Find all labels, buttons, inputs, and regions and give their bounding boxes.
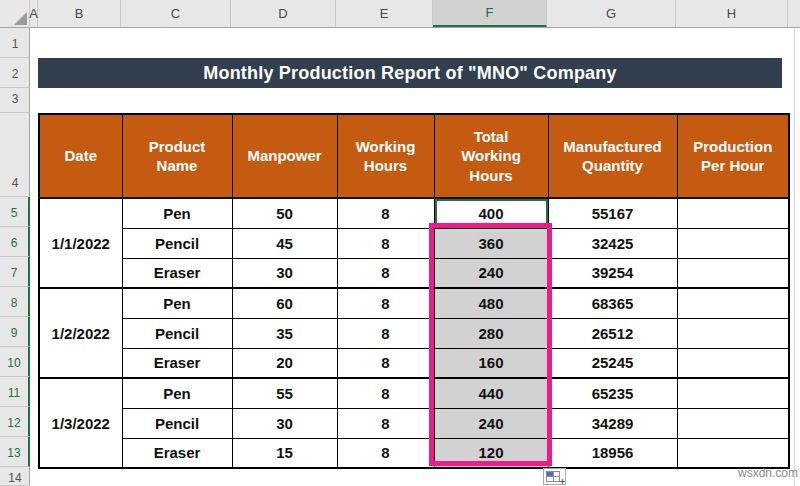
column-header-a[interactable]: A <box>30 0 38 27</box>
header-date[interactable]: Date <box>39 114 122 198</box>
cell-manufactured-quantity[interactable]: 26512 <box>548 318 677 348</box>
row-header-2[interactable]: 2 <box>0 58 30 88</box>
row-header-3[interactable]: 3 <box>0 88 30 113</box>
cell-working-hours[interactable]: 8 <box>337 438 434 468</box>
report-title-cell[interactable]: Monthly Production Report of "MNO" Compa… <box>38 58 782 88</box>
row-header-8[interactable]: 8 <box>0 287 30 317</box>
cell-manufactured-quantity[interactable]: 55167 <box>548 198 677 228</box>
cell-manpower[interactable]: 15 <box>232 438 337 468</box>
row-header-9[interactable]: 9 <box>0 317 30 347</box>
table-row: Eraser 20 8 160 25245 <box>39 348 789 378</box>
row-header-12[interactable]: 12 <box>0 407 30 437</box>
row-header-5[interactable]: 5 <box>0 197 30 227</box>
row-header-strip: 1 2 3 4 5 6 7 8 9 10 11 12 13 14 <box>0 28 30 486</box>
cell-working-hours[interactable]: 8 <box>337 348 434 378</box>
cell-production-per-hour[interactable] <box>677 228 789 258</box>
row-header-7[interactable]: 7 <box>0 257 30 287</box>
cell-total-working-hours-selected[interactable]: 160 <box>434 348 548 378</box>
header-manpower[interactable]: Manpower <box>232 114 337 198</box>
row-header-1[interactable]: 1 <box>0 28 30 58</box>
cell-production-per-hour[interactable] <box>677 288 789 318</box>
cell-working-hours[interactable]: 8 <box>337 258 434 288</box>
cell-manpower[interactable]: 35 <box>232 318 337 348</box>
cell-working-hours[interactable]: 8 <box>337 288 434 318</box>
header-product-name[interactable]: Product Name <box>122 114 232 198</box>
cell-manufactured-quantity[interactable]: 18956 <box>548 438 677 468</box>
header-manufactured-quantity[interactable]: Manufactured Quantity <box>548 114 677 198</box>
table-row: Pencil 30 8 240 34289 <box>39 408 789 438</box>
plus-icon: + <box>560 478 565 486</box>
header-total-working-hours[interactable]: Total Working Hours <box>434 114 548 198</box>
cell-production-per-hour[interactable] <box>677 438 789 468</box>
cell-product[interactable]: Eraser <box>122 258 232 288</box>
cell-production-per-hour[interactable] <box>677 378 789 408</box>
cell-manufactured-quantity[interactable]: 32425 <box>548 228 677 258</box>
cell-date[interactable]: 1/3/2022 <box>39 378 122 468</box>
cell-product[interactable]: Pen <box>122 378 232 408</box>
cell-product[interactable]: Pencil <box>122 228 232 258</box>
autofill-grid-line <box>546 476 560 477</box>
cell-date[interactable]: 1/1/2022 <box>39 198 122 288</box>
cell-product[interactable]: Eraser <box>122 348 232 378</box>
row-header-6[interactable]: 6 <box>0 227 30 257</box>
cell-working-hours[interactable]: 8 <box>337 378 434 408</box>
select-all-triangle-icon <box>14 12 27 25</box>
row-header-4[interactable]: 4 <box>0 113 30 197</box>
table-row: Eraser 15 8 120 18956 <box>39 438 789 468</box>
row-header-11[interactable]: 11 <box>0 377 30 407</box>
cell-manufactured-quantity[interactable]: 68365 <box>548 288 677 318</box>
cell-working-hours[interactable]: 8 <box>337 408 434 438</box>
cell-total-working-hours-selected[interactable]: 440 <box>434 378 548 408</box>
column-header-g[interactable]: G <box>547 0 676 27</box>
column-header-b[interactable]: B <box>38 0 121 27</box>
cell-total-working-hours-selected[interactable]: 280 <box>434 318 548 348</box>
column-header-d[interactable]: D <box>231 0 336 27</box>
cell-production-per-hour[interactable] <box>677 348 789 378</box>
row-header-13[interactable]: 13 <box>0 437 30 467</box>
cell-manpower[interactable]: 30 <box>232 258 337 288</box>
row-header-10[interactable]: 10 <box>0 347 30 377</box>
excel-worksheet: A B C D E F G H 1 2 3 4 5 6 7 8 9 10 11 … <box>0 0 800 486</box>
cell-total-working-hours-selected[interactable]: 240 <box>434 258 548 288</box>
cell-total-working-hours-selected[interactable]: 240 <box>434 408 548 438</box>
cell-manpower[interactable]: 60 <box>232 288 337 318</box>
cell-product[interactable]: Pencil <box>122 318 232 348</box>
header-working-hours[interactable]: Working Hours <box>337 114 434 198</box>
cell-production-per-hour[interactable] <box>677 318 789 348</box>
cell-total-working-hours-selected[interactable]: 120 <box>434 438 548 468</box>
cell-production-per-hour[interactable] <box>677 408 789 438</box>
cell-working-hours[interactable]: 8 <box>337 198 434 228</box>
cell-manufactured-quantity[interactable]: 25245 <box>548 348 677 378</box>
autofill-options-button[interactable]: + <box>543 468 566 485</box>
column-header-f-selected[interactable]: F <box>433 0 547 27</box>
cell-production-per-hour[interactable] <box>677 198 789 228</box>
watermark-text: wsxdn.com <box>726 466 798 480</box>
cell-product[interactable]: Eraser <box>122 438 232 468</box>
cell-manpower[interactable]: 50 <box>232 198 337 228</box>
column-header-c[interactable]: C <box>121 0 231 27</box>
column-header-h[interactable]: H <box>676 0 788 27</box>
select-all-button[interactable] <box>0 0 30 27</box>
cell-total-working-hours-active[interactable]: 400 <box>434 198 548 228</box>
cell-total-working-hours-selected[interactable]: 360 <box>434 228 548 258</box>
cell-total-working-hours-selected[interactable]: 480 <box>434 288 548 318</box>
cell-working-hours[interactable]: 8 <box>337 318 434 348</box>
cell-manpower[interactable]: 55 <box>232 378 337 408</box>
cell-manpower[interactable]: 20 <box>232 348 337 378</box>
cell-product[interactable]: Pen <box>122 198 232 228</box>
column-header-e[interactable]: E <box>336 0 433 27</box>
cell-manufactured-quantity[interactable]: 34289 <box>548 408 677 438</box>
column-header-strip: A B C D E F G H <box>0 0 800 28</box>
cell-product[interactable]: Pen <box>122 288 232 318</box>
cell-manpower[interactable]: 45 <box>232 228 337 258</box>
cell-manufactured-quantity[interactable]: 65235 <box>548 378 677 408</box>
cell-manufactured-quantity[interactable]: 39254 <box>548 258 677 288</box>
table-header-row: Date Product Name Manpower Working Hours… <box>39 114 789 198</box>
cell-manpower[interactable]: 30 <box>232 408 337 438</box>
cell-working-hours[interactable]: 8 <box>337 228 434 258</box>
cell-production-per-hour[interactable] <box>677 258 789 288</box>
header-production-per-hour[interactable]: Production Per Hour <box>677 114 789 198</box>
cell-product[interactable]: Pencil <box>122 408 232 438</box>
cell-date[interactable]: 1/2/2022 <box>39 288 122 378</box>
row-header-14[interactable]: 14 <box>0 467 30 486</box>
